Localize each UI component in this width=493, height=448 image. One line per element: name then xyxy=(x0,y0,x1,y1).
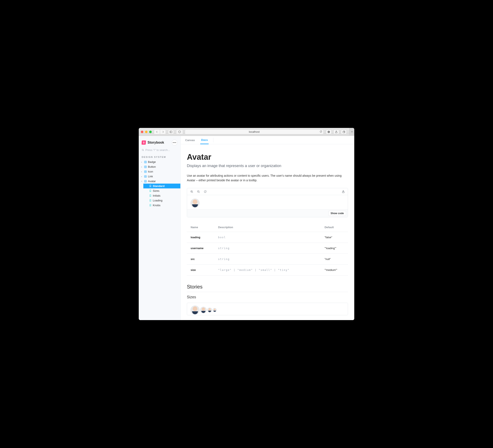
sidebar-story-standard[interactable]: Standard xyxy=(143,184,180,188)
prop-default: "'loading'" xyxy=(321,243,348,254)
page-subtitle: Displays an image that represents a user… xyxy=(187,164,348,168)
sidebar-item-button[interactable]: ▸ Button xyxy=(139,164,180,169)
nav-buttons xyxy=(154,129,166,134)
avatar-large xyxy=(191,306,199,314)
sidebar-tree: ▸ Badge ▸ Button ▸ Icon ▸ xyxy=(139,160,180,208)
component-icon xyxy=(144,170,147,173)
sidebar-item-label: Icon xyxy=(148,170,153,173)
prop-description: string xyxy=(214,254,321,264)
main-tabs: Canvas Docs xyxy=(180,136,354,144)
bookmark-icon xyxy=(149,195,152,197)
fullscreen-window-button[interactable] xyxy=(149,131,152,133)
table-row: loading bool "false" xyxy=(187,232,348,243)
sidebar-item-label: Badge xyxy=(148,160,156,163)
sidebar-toggle-button[interactable] xyxy=(168,130,174,134)
sidebar-story-knobs[interactable]: Knobs xyxy=(143,203,180,208)
zoom-out-icon[interactable] xyxy=(197,190,200,193)
forward-button[interactable] xyxy=(160,130,166,134)
sidebar-item-label: Button xyxy=(148,165,156,168)
reset-zoom-icon[interactable] xyxy=(203,190,207,193)
prop-description: bool xyxy=(214,232,321,243)
caret-right-icon: ▸ xyxy=(141,171,143,173)
caret-down-icon: ▾ xyxy=(141,180,143,182)
bookmark-icon xyxy=(149,190,152,192)
back-button[interactable] xyxy=(154,130,160,134)
props-header-description: Description xyxy=(214,223,321,232)
reload-icon[interactable] xyxy=(320,130,322,134)
open-external-icon[interactable] xyxy=(341,190,345,193)
doc-content: Avatar Displays an image that represents… xyxy=(180,144,354,320)
table-row: size "large" | "medium" | "small" | "tin… xyxy=(187,264,348,276)
sidebar-story-label: Knobs xyxy=(153,204,160,207)
brand-logo-letter: S xyxy=(143,141,145,144)
address-bar[interactable]: localhost xyxy=(185,129,324,134)
minimize-window-button[interactable] xyxy=(145,131,147,133)
close-window-button[interactable] xyxy=(141,131,143,133)
main: Canvas Docs Avatar Displays an image tha… xyxy=(180,136,354,320)
prop-description: string xyxy=(214,243,321,254)
svg-line-27 xyxy=(199,192,200,193)
props-header-name: Name xyxy=(187,223,214,232)
avatar-small xyxy=(208,308,212,312)
sidebar-story-loading[interactable]: Loading xyxy=(143,198,180,203)
new-tab-button[interactable]: ＋ xyxy=(349,128,354,136)
tab-docs[interactable]: Docs xyxy=(200,136,209,144)
privacy-shield-button[interactable] xyxy=(176,129,183,134)
bookmark-icon xyxy=(149,199,152,202)
tab-divider xyxy=(213,138,213,142)
prop-name: loading xyxy=(187,232,214,243)
preview-box: Show code xyxy=(187,188,348,217)
preview-box-sizes xyxy=(187,303,348,315)
sidebar-item-badge[interactable]: ▸ Badge xyxy=(139,160,180,164)
page-title: Avatar xyxy=(187,153,348,162)
sidebar-header: S Storybook ••• xyxy=(139,138,180,148)
sidebar-story-initials[interactable]: Initials xyxy=(143,193,180,198)
address-wrap: localhost xyxy=(176,129,324,134)
props-header-default: Default xyxy=(321,223,348,232)
prop-name: username xyxy=(187,243,214,254)
table-row: username string "'loading'" xyxy=(187,243,348,254)
sidebar-item-link[interactable]: ▸ Link xyxy=(139,174,180,179)
table-row: src string "null" xyxy=(187,254,348,264)
svg-line-23 xyxy=(192,192,193,193)
more-button[interactable]: ••• xyxy=(172,140,178,146)
svg-point-5 xyxy=(142,149,144,150)
preview-body xyxy=(187,195,348,209)
show-code-button[interactable]: Show code xyxy=(328,211,346,216)
caret-right-icon: ▸ xyxy=(141,161,143,163)
prop-name: src xyxy=(187,254,214,264)
search-input[interactable] xyxy=(146,149,178,151)
downloads-button[interactable] xyxy=(326,130,332,134)
svg-rect-0 xyxy=(170,131,172,133)
toolbar-right xyxy=(326,130,347,134)
brand-logo: S xyxy=(141,140,146,145)
avatar-tiny xyxy=(213,308,216,312)
avatar-sizes-row xyxy=(187,303,348,315)
window-controls xyxy=(141,131,152,133)
sidebar-story-sizes[interactable]: Sizes xyxy=(143,188,180,193)
component-icon xyxy=(144,180,147,183)
app: S Storybook ••• DESIGN SYSTEM ▸ Badge xyxy=(139,136,354,320)
browser-window: localhost ＋ S Storyb xyxy=(139,128,354,320)
sidebar-item-icon[interactable]: ▸ Icon xyxy=(139,169,180,174)
caret-right-icon: ▸ xyxy=(141,175,143,178)
share-button[interactable] xyxy=(333,130,339,134)
preview-toolbar xyxy=(187,188,348,195)
caret-right-icon: ▸ xyxy=(141,166,143,168)
props-table: Name Description Default loading bool "f… xyxy=(187,223,348,276)
prop-default: "false" xyxy=(321,232,348,243)
search-row xyxy=(139,148,180,154)
sidebar-item-avatar[interactable]: ▾ Avatar xyxy=(139,179,180,184)
svg-line-6 xyxy=(143,150,144,151)
tab-canvas[interactable]: Canvas xyxy=(184,136,196,144)
show-code-row: Show code xyxy=(187,209,348,217)
component-icon xyxy=(144,166,147,168)
prop-description: "large" | "medium" | "small" | "tiny" xyxy=(214,264,321,276)
component-icon xyxy=(144,161,147,163)
story-sizes-heading: Sizes xyxy=(187,295,348,299)
zoom-in-icon[interactable] xyxy=(190,190,193,193)
avatar xyxy=(191,199,199,207)
tabs-overview-button[interactable] xyxy=(341,130,347,134)
prop-default: "null" xyxy=(321,254,348,264)
sidebar-story-label: Standard xyxy=(153,184,165,188)
